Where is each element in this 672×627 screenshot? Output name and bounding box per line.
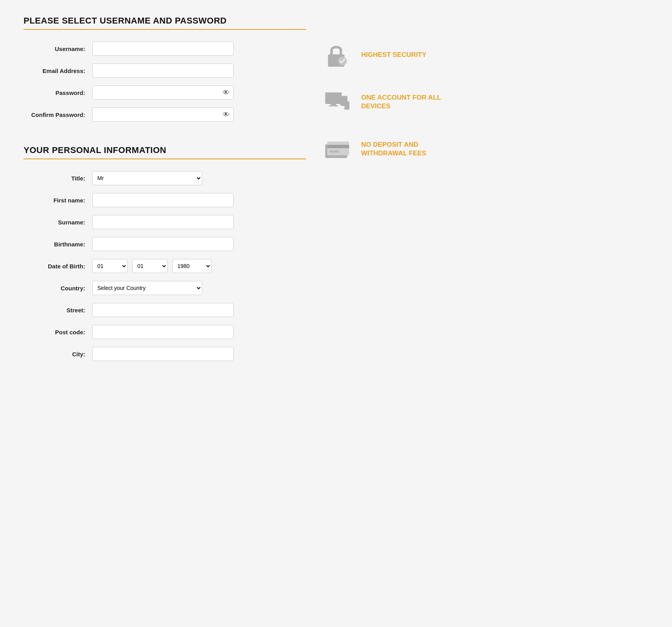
fees-label: NO DEPOSIT AND WITHDRAWAL FEES: [361, 140, 447, 158]
street-label: Street:: [24, 307, 92, 314]
dob-month-select[interactable]: 0102030405 0607080910 1112: [132, 259, 168, 273]
birthname-label: Birthname:: [24, 241, 92, 248]
svg-point-1: [338, 57, 347, 65]
postcode-input[interactable]: [92, 325, 234, 339]
street-input[interactable]: [92, 303, 234, 317]
first-name-label: First name:: [24, 197, 92, 204]
svg-rect-7: [345, 102, 350, 110]
first-name-input[interactable]: [92, 193, 234, 207]
sidebar-item-devices: ONE ACCOUNT FOR ALL DEVICES: [322, 86, 447, 118]
city-label: City:: [24, 351, 92, 357]
password-toggle-icon[interactable]: 👁: [223, 89, 230, 97]
username-label: Username:: [24, 46, 92, 52]
email-label: Email Address:: [24, 67, 92, 74]
title-select[interactable]: Mr Mrs Ms Miss Dr: [92, 171, 202, 185]
svg-rect-8: [346, 109, 347, 110]
username-section-heading: PLEASE SELECT USERNAME AND PASSWORD: [24, 16, 306, 26]
devices-icon: [322, 86, 353, 118]
devices-label: ONE ACCOUNT FOR ALL DEVICES: [361, 93, 447, 111]
dob-year-select[interactable]: 19701971197219731974 1975197619771978197…: [172, 259, 212, 273]
country-select[interactable]: Select your Country United Kingdom Unite…: [92, 281, 202, 295]
security-label: HIGHEST SECURITY: [361, 51, 426, 59]
surname-input[interactable]: [92, 215, 234, 229]
svg-rect-10: [327, 142, 349, 155]
username-input[interactable]: [92, 42, 234, 56]
password-input[interactable]: [92, 86, 234, 100]
svg-rect-4: [329, 105, 338, 106]
personal-info-heading: YOUR PERSONAL INFORMATION: [24, 145, 306, 155]
password-label: Password:: [24, 89, 92, 96]
svg-rect-12: [329, 150, 339, 153]
card-icon: [322, 133, 353, 165]
svg-rect-2: [325, 93, 342, 104]
email-input[interactable]: [92, 64, 234, 78]
surname-label: Surname:: [24, 219, 92, 226]
birthname-input[interactable]: [92, 237, 234, 251]
confirm-password-toggle-icon[interactable]: 👁: [223, 111, 230, 119]
title-label: Title:: [24, 175, 92, 182]
sidebar-item-security: HIGHEST SECURITY: [322, 39, 447, 71]
country-label: Country:: [24, 285, 92, 292]
lock-icon: [322, 39, 353, 71]
username-section-divider: [24, 29, 306, 30]
svg-rect-11: [327, 145, 349, 148]
svg-rect-3: [331, 104, 336, 106]
city-input[interactable]: [92, 347, 234, 361]
dob-label: Date of Birth:: [24, 263, 92, 270]
confirm-password-input[interactable]: [92, 108, 234, 122]
confirm-password-label: Confirm Password:: [24, 111, 92, 118]
postcode-label: Post code:: [24, 329, 92, 335]
sidebar-item-fees: NO DEPOSIT AND WITHDRAWAL FEES: [322, 133, 447, 165]
dob-day-select[interactable]: 0102030405 0607080910 1112131415 1617181…: [92, 259, 128, 273]
personal-info-divider: [24, 159, 306, 159]
